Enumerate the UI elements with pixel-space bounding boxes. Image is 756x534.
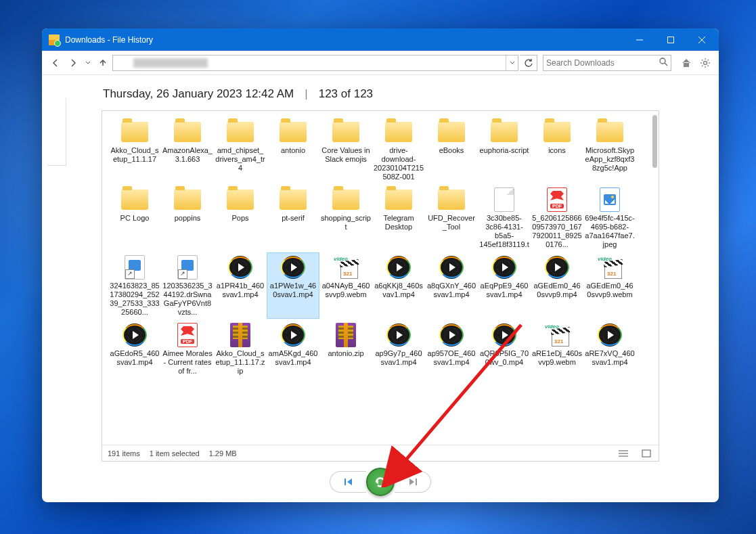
file-item[interactable]: ap957OE_460svav1.mp4 (426, 321, 477, 377)
file-item[interactable]: UFD_Recover_Tool (426, 185, 477, 250)
back-button[interactable] (47, 55, 64, 71)
close-button[interactable] (686, 28, 717, 51)
search-input[interactable] (546, 58, 659, 68)
folder-icon (596, 119, 624, 145)
recent-locations-button[interactable] (83, 55, 93, 71)
file-item[interactable]: shopping_script (320, 185, 372, 250)
settings-button[interactable] (697, 55, 713, 71)
wmp-icon (596, 322, 624, 348)
wmp-icon (437, 322, 466, 348)
search-box[interactable] (543, 55, 671, 71)
video-icon: video (543, 322, 571, 348)
file-item[interactable]: ap9Gy7p_460svav1.mp4 (373, 321, 424, 377)
refresh-button[interactable] (520, 55, 537, 71)
restore-button[interactable] (366, 468, 395, 496)
navigation-controls (42, 462, 719, 502)
next-version-button[interactable] (395, 471, 431, 493)
address-bar[interactable] (112, 55, 518, 71)
address-dropdown-button[interactable] (506, 55, 518, 70)
file-label: a04NAyB_460svvp9.webm (321, 282, 371, 299)
file-item[interactable]: Core Values in Slack emojis (320, 118, 372, 183)
jpeg-icon (596, 187, 624, 213)
file-item[interactable]: poppins (162, 185, 213, 250)
link-icon (120, 254, 149, 280)
file-item[interactable]: amd_chipset_drivers_am4_tr4 (215, 118, 266, 183)
wmp-icon (543, 254, 571, 280)
folder-icon (543, 119, 571, 145)
file-item[interactable]: 69e4f5fc-415c-4695-b682-a7aa1647fae7.jpe… (584, 185, 636, 250)
window-title: Downloads - File History (65, 35, 624, 45)
scrollbar[interactable] (647, 115, 657, 424)
large-icons-view-button[interactable] (640, 447, 653, 460)
file-item[interactable]: videoaRE1eDj_460svvp9.webm (531, 321, 583, 377)
file-label: Akko_Cloud_setup_11.1.17 (110, 146, 160, 164)
file-item[interactable]: 324163823_8517380294_25239_27533_3332566… (109, 253, 160, 318)
forward-button[interactable] (65, 55, 81, 71)
details-view-button[interactable] (617, 447, 630, 460)
file-item[interactable]: a8qGXnY_460svav1.mp4 (426, 253, 477, 318)
file-grid[interactable]: Akko_Cloud_setup_11.1.17AmazonAlexa_3.1.… (102, 111, 659, 445)
svg-point-6 (704, 61, 707, 64)
wmp-icon (279, 322, 307, 348)
titlebar[interactable]: Downloads - File History (42, 28, 719, 51)
file-label: AmazonAlexa_3.1.663 (162, 146, 213, 164)
file-label: amd_chipset_drivers_am4_tr4 (215, 146, 265, 173)
file-item[interactable]: drive-download-20230104T215508Z-001 (373, 118, 424, 183)
file-item[interactable]: Pops (215, 185, 266, 250)
file-label: aEqPpE9_460svav1.mp4 (479, 282, 529, 299)
file-item[interactable]: videoa04NAyB_460svvp9.webm (320, 253, 372, 318)
file-item[interactable]: videoaGEdEm0_460svvp9.webm (584, 253, 636, 318)
scrollbar-thumb[interactable] (652, 115, 657, 168)
file-item[interactable]: antonio (267, 118, 319, 183)
file-item[interactable]: a1PWe1w_460svav1.mp4 (267, 253, 319, 318)
file-item[interactable]: eBooks (426, 118, 477, 183)
maximize-button[interactable] (655, 28, 686, 51)
file-item[interactable]: aGEdoR5_460svav1.mp4 (109, 321, 160, 377)
file-label: a6qKKj8_460svav1.mp4 (374, 282, 424, 299)
file-item[interactable]: aQR0P5IG_700wv_0.mp4 (479, 321, 530, 377)
file-item[interactable]: aRE7xVQ_460svav1.mp4 (584, 321, 636, 377)
file-history-window: Downloads - File History (42, 28, 719, 502)
folder-icon (437, 187, 466, 213)
minimize-button[interactable] (624, 28, 655, 51)
file-item[interactable]: Akko_Cloud_setup_11.1.17 (109, 118, 160, 183)
file-item[interactable]: PDFAimee Morales - Current rates of fr..… (162, 321, 213, 377)
svg-line-11 (702, 60, 703, 61)
home-button[interactable] (678, 55, 694, 71)
wmp-icon (279, 254, 307, 280)
file-item[interactable]: amA5Kgd_460svav1.mp4 (267, 321, 319, 377)
file-item[interactable]: Akko_Cloud_setup_11.1.17.zip (215, 321, 266, 377)
folder-icon (384, 119, 413, 145)
file-item[interactable]: PC Logo (109, 185, 160, 250)
file-label: a1PR41b_460svav1.mp4 (215, 282, 265, 299)
file-item[interactable]: Microsoft.SkypeApp_kzf8qxf38zg5c!App (584, 118, 636, 183)
file-label: antonio (268, 146, 318, 155)
status-size: 1.29 MB (209, 449, 237, 458)
file-item[interactable]: aEqPpE9_460svav1.mp4 (479, 253, 530, 318)
file-item[interactable]: Telegram Desktop (373, 185, 424, 250)
status-bar: 191 items 1 item selected 1.29 MB (102, 445, 659, 461)
file-item[interactable]: icons (531, 118, 583, 183)
wmp-icon (226, 254, 254, 280)
file-item[interactable]: a6qKKj8_460svav1.mp4 (373, 253, 424, 318)
toolbar (42, 51, 719, 75)
up-button[interactable] (95, 55, 111, 71)
svg-rect-1 (668, 37, 674, 43)
file-item[interactable]: pt-serif (267, 185, 319, 250)
file-item[interactable]: 3c30be85-3c86-4131-b5a5-145ef18f3119.tmp (479, 185, 530, 250)
file-label: Core Values in Slack emojis (321, 146, 371, 164)
file-item[interactable]: 1203536235_344192.drSwnaGaFyYP6Vnt8vzts.… (162, 253, 213, 318)
file-item[interactable]: AmazonAlexa_3.1.663 (162, 118, 213, 183)
file-label: euphoria-script (479, 146, 529, 155)
file-label: aGEdEm0_460svvp9.mp4 (532, 282, 582, 299)
pdf-icon: PDF (173, 322, 202, 348)
file-item[interactable]: aGEdEm0_460svvp9.mp4 (531, 253, 583, 318)
file-item[interactable]: antonio.zip (320, 321, 372, 377)
folder-icon (279, 119, 307, 145)
file-item[interactable]: euphoria-script (479, 118, 530, 183)
file-label: eBooks (426, 146, 476, 155)
file-item[interactable]: a1PR41b_460svav1.mp4 (215, 253, 266, 318)
file-item[interactable]: PDF5_620612586609573970_1677920011_89250… (531, 185, 583, 250)
previous-version-button[interactable] (330, 471, 366, 493)
address-path-obscured (133, 58, 208, 68)
